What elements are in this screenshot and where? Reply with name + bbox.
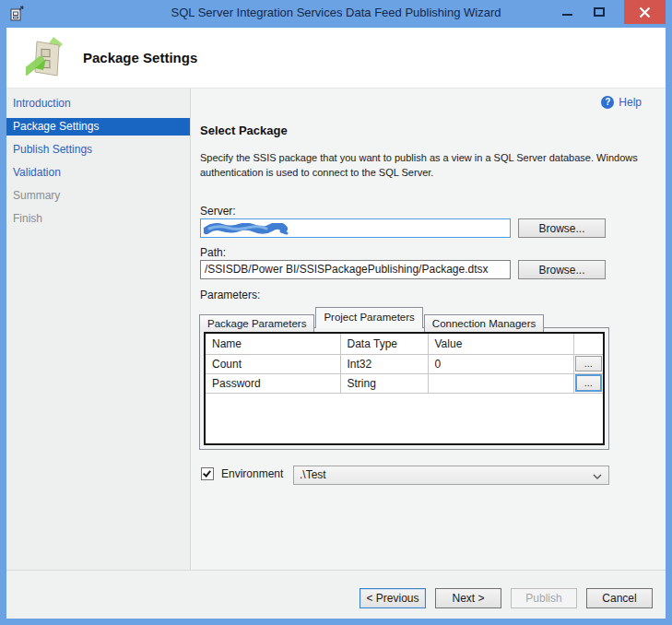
- footer-buttons: < Previous Next > Publish Cancel: [360, 588, 653, 608]
- environment-checkbox[interactable]: [201, 467, 214, 480]
- minimize-icon: [562, 14, 572, 16]
- parameters-grid: Name Data Type Value Count Int32 0 ...: [204, 332, 605, 445]
- page-title: Package Settings: [83, 50, 197, 65]
- close-icon: [639, 6, 651, 18]
- path-input[interactable]: /SSISDB/Power BI/SSISPackagePublishing/P…: [200, 260, 511, 279]
- cell-name: Count: [206, 354, 340, 373]
- server-redaction-scribble: [204, 223, 291, 235]
- parameters-tabstrip: Package ParametersProject ParametersConn…: [199, 307, 545, 328]
- footer-bar: < Previous Next > Publish Cancel: [6, 570, 666, 619]
- cell-value[interactable]: [428, 373, 573, 393]
- wizard-window: SQL Server Integration Services Data Fee…: [0, 0, 672, 625]
- sidebar-item-publish-settings[interactable]: Publish Settings: [6, 141, 190, 159]
- maximize-button[interactable]: [589, 0, 609, 24]
- sidebar-item-finish: Finish: [6, 210, 190, 228]
- tab-project-parameters[interactable]: Project Parameters: [315, 307, 422, 328]
- path-value: /SSISDB/Power BI/SSISPackagePublishing/P…: [205, 263, 489, 276]
- server-browse-button[interactable]: Browse...: [518, 218, 606, 238]
- table-row: Count Int32 0 ...: [206, 354, 603, 373]
- section-description: Specify the SSIS package that you want t…: [200, 151, 666, 181]
- wizard-steps-sidebar: Introduction Package Settings Publish Se…: [6, 88, 191, 570]
- column-header-data-type: Data Type: [340, 334, 428, 354]
- cell-value[interactable]: 0: [428, 354, 573, 373]
- server-label: Server:: [200, 205, 236, 218]
- publish-button: Publish: [511, 588, 577, 608]
- sidebar-item-summary: Summary: [6, 187, 190, 205]
- environment-value: .\Test: [300, 468, 326, 481]
- column-header-actions: [573, 334, 603, 354]
- next-button[interactable]: Next >: [435, 588, 501, 608]
- close-button[interactable]: [624, 0, 666, 24]
- help-icon: [601, 96, 614, 109]
- column-header-name: Name: [206, 334, 340, 354]
- sidebar-item-package-settings[interactable]: Package Settings: [6, 118, 190, 136]
- tab-package-parameters[interactable]: Package Parameters: [199, 314, 314, 332]
- minimize-button[interactable]: [558, 0, 578, 24]
- table-header-row: Name Data Type Value: [206, 334, 603, 354]
- section-title: Select Package: [200, 124, 288, 137]
- sidebar-item-introduction[interactable]: Introduction: [6, 95, 190, 112]
- cell-name: Password: [206, 373, 340, 393]
- wizard-body: Package Settings Introduction Package Se…: [6, 28, 666, 619]
- column-header-value: Value: [428, 334, 573, 354]
- help-label: Help: [619, 96, 642, 109]
- maximize-icon: [594, 7, 605, 17]
- package-publish-icon: [26, 35, 66, 81]
- previous-button[interactable]: < Previous: [360, 588, 426, 608]
- sidebar-item-validation[interactable]: Validation: [6, 164, 190, 182]
- table-row: Password String ...: [206, 373, 603, 393]
- environment-label: Environment: [221, 467, 283, 480]
- cell-data-type: String: [340, 373, 428, 393]
- title-bar: SQL Server Integration Services Data Fee…: [0, 0, 672, 28]
- environment-dropdown[interactable]: .\Test: [293, 466, 609, 485]
- parameters-label: Parameters:: [200, 289, 260, 301]
- cell-data-type: Int32: [340, 354, 428, 373]
- parameters-tab-panel: Name Data Type Value Count Int32 0 ...: [199, 327, 609, 450]
- parameters-table: Name Data Type Value Count Int32 0 ...: [206, 334, 603, 394]
- page-header: Package Settings: [6, 28, 666, 88]
- row-ellipsis-button[interactable]: ...: [575, 356, 602, 371]
- server-input[interactable]: [200, 218, 511, 238]
- path-label: Path:: [200, 246, 226, 259]
- path-browse-button[interactable]: Browse...: [518, 260, 606, 279]
- row-ellipsis-button[interactable]: ...: [575, 374, 602, 392]
- cancel-button[interactable]: Cancel: [586, 588, 653, 608]
- main-pane: Help Select Package Specify the SSIS pac…: [192, 88, 666, 570]
- tab-connection-managers[interactable]: Connection Managers: [424, 314, 545, 332]
- checkmark-icon: [203, 468, 211, 477]
- chevron-down-icon: [593, 474, 602, 479]
- help-link[interactable]: Help: [601, 96, 642, 109]
